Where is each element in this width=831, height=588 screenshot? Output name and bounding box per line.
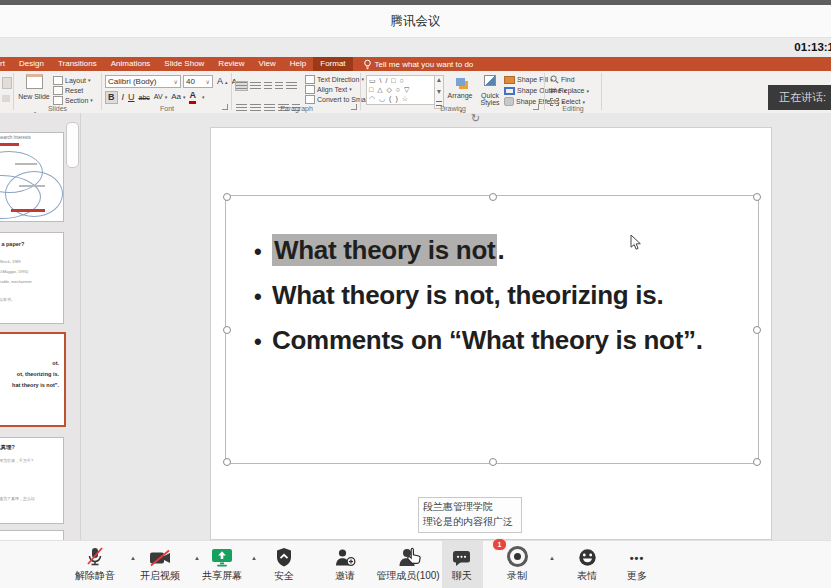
thumb1-title-fragment: Research Interests	[0, 135, 31, 140]
tab-design[interactable]: Design	[12, 57, 51, 71]
chevron-down-icon: ∨	[172, 78, 178, 85]
layout-icon	[53, 76, 63, 85]
resize-handle-n[interactable]	[489, 193, 497, 201]
mouse-cursor	[630, 234, 642, 251]
speaking-label: 正在讲话:	[779, 90, 826, 105]
bullet-line-1: • What theory is not.	[226, 228, 758, 273]
font-size-select[interactable]: 40 ∨	[183, 75, 213, 88]
resize-handle-s[interactable]	[489, 458, 497, 466]
clipboard-group-cut	[2, 77, 12, 89]
chevron-down-icon: ▾	[90, 97, 93, 103]
scroll-up-icon	[437, 78, 441, 82]
resize-handle-nw[interactable]	[223, 193, 231, 201]
text-direction-icon	[305, 75, 315, 84]
tab-help[interactable]: Help	[283, 57, 313, 71]
shapes-row: ◠ ◡ ( ) ☆	[369, 94, 435, 103]
tab-view[interactable]: View	[252, 57, 283, 71]
hand-cursor	[407, 547, 423, 565]
rotate-handle-icon[interactable]: ↻	[471, 112, 480, 125]
caption-line-2: 理论是的内容很广泛	[423, 514, 517, 529]
bullet-marker: •	[254, 319, 272, 364]
shapes-gallery[interactable]: ▭ \ / □ ○ □ △ ◇ ○ ▽ ◠ ◡ ( ) ☆	[366, 75, 438, 105]
reset-button[interactable]: Reset	[53, 85, 93, 95]
tab-format[interactable]: Format	[313, 57, 352, 71]
resize-handle-se[interactable]	[753, 458, 761, 466]
decrease-indent-icon[interactable]	[264, 82, 272, 90]
align-text-icon	[305, 85, 315, 94]
meeting-status-bar: 01:13:1	[0, 38, 831, 58]
font-name-select[interactable]: Calibri (Body) ∨	[105, 75, 181, 88]
tab-slide-show[interactable]: Slide Show	[157, 57, 211, 71]
thumb1-red-note	[0, 143, 19, 146]
slide-thumbnail-3-selected[interactable]: ot. ot, theorizing is. hat theory is not…	[0, 332, 66, 427]
meeting-titlebar: 腾讯会议	[0, 5, 831, 38]
line-spacing-icon[interactable]	[286, 82, 297, 90]
group-separator	[231, 73, 232, 110]
shape-outline-icon	[504, 87, 515, 95]
chevron-down-icon: ▾	[202, 94, 205, 100]
bold-button[interactable]: B	[105, 91, 118, 104]
strikethrough-button[interactable]: abc	[139, 92, 150, 103]
drawing-dialog-launcher[interactable]	[533, 104, 539, 110]
tab-transitions[interactable]: Transitions	[51, 57, 104, 71]
tell-me-search[interactable]: Tell me what you want to do	[363, 57, 474, 71]
thumb1-red-note-bottom	[11, 209, 45, 212]
paragraph-dialog-launcher[interactable]	[351, 104, 357, 110]
section-button[interactable]: Section ▾	[53, 95, 93, 105]
drawing-group: ▭ \ / □ ○ □ △ ◇ ○ ▽ ◠ ◡ ( ) ☆ Arrange ▾ …	[362, 71, 544, 113]
bullets-icon[interactable]	[236, 82, 247, 90]
italic-button[interactable]: I	[122, 92, 125, 103]
smartart-icon	[305, 95, 315, 104]
tab-insert[interactable]: Insert	[0, 57, 12, 71]
tab-animations[interactable]: Animations	[104, 57, 158, 71]
shapes-row: ▭ \ / □ ○	[369, 76, 435, 85]
arrange-icon	[456, 78, 465, 86]
panel-scrollbar-thumb[interactable]	[66, 122, 79, 168]
find-button[interactable]: Find	[550, 74, 589, 85]
chevron-down-icon: ▾	[88, 77, 91, 83]
tab-review[interactable]: Review	[211, 57, 251, 71]
layout-button[interactable]: Layout ▾	[53, 75, 93, 85]
shape-fill-icon	[504, 76, 515, 84]
resize-handle-sw[interactable]	[223, 458, 231, 466]
change-case-button[interactable]: Aa▾	[171, 91, 185, 103]
chevron-down-icon: ▾	[349, 86, 352, 92]
thumb2-title-fragment: at a paper?	[0, 241, 24, 247]
underline-button[interactable]: U	[128, 92, 135, 103]
selected-text: What theory is not	[272, 234, 497, 266]
record-button[interactable]: 录制	[479, 543, 555, 583]
thumb1-text-speck	[19, 185, 45, 187]
ribbon: New Slide ▾ Layout ▾ Reset Section ▾	[0, 71, 831, 114]
increase-font-button[interactable]: A▴	[217, 76, 228, 88]
slide-thumbnail-2[interactable]: at a paper? " (Weick, 1989 " (DiMaggio, …	[0, 232, 64, 324]
font-color-button[interactable]: A	[189, 90, 196, 104]
resize-handle-ne[interactable]	[753, 193, 761, 201]
slide-text-box[interactable]: • What theory is not. • What theory is n…	[225, 195, 759, 464]
group-separator	[601, 73, 602, 110]
character-spacing-button[interactable]: AV▾	[154, 91, 167, 103]
lightbulb-icon	[363, 59, 372, 70]
slide-thumbnail-4[interactable]: 色真理? 真理为它谈，千万千? ? ? 的场为了真理，怎么以	[0, 437, 64, 524]
font-group-label: Font	[103, 105, 231, 112]
increase-indent-icon[interactable]	[275, 82, 283, 90]
slide-canvas[interactable]: ↻ • What theory is not. • What	[210, 127, 772, 540]
numbering-icon[interactable]	[250, 82, 261, 90]
replace-button[interactable]: ⇄ Replace ▾	[550, 85, 589, 96]
new-slide-icon	[26, 74, 43, 89]
new-slide-label: New Slide	[17, 93, 51, 101]
meeting-toolbar: 解除静音 ▲ 开启视频 ▲ 共享屏	[0, 540, 831, 588]
font-dialog-launcher[interactable]	[222, 104, 228, 110]
slide-thumbnail-1[interactable]: Research Interests	[0, 132, 64, 222]
scroll-down-icon	[437, 90, 441, 94]
slides-group-label: Slides	[15, 105, 100, 112]
more-button[interactable]: ••• 更多	[599, 543, 675, 583]
tri-up-icon: ▴	[225, 79, 228, 85]
resize-handle-w[interactable]	[223, 326, 231, 334]
chevron-down-icon: ▾	[165, 94, 168, 100]
shapes-gallery-scroll[interactable]	[434, 75, 444, 109]
resize-handle-e[interactable]	[753, 326, 761, 334]
group-separator	[360, 73, 361, 110]
section-icon	[53, 96, 63, 105]
meeting-timer: 01:13:1	[794, 41, 831, 53]
tell-me-label: Tell me what you want to do	[375, 60, 474, 69]
